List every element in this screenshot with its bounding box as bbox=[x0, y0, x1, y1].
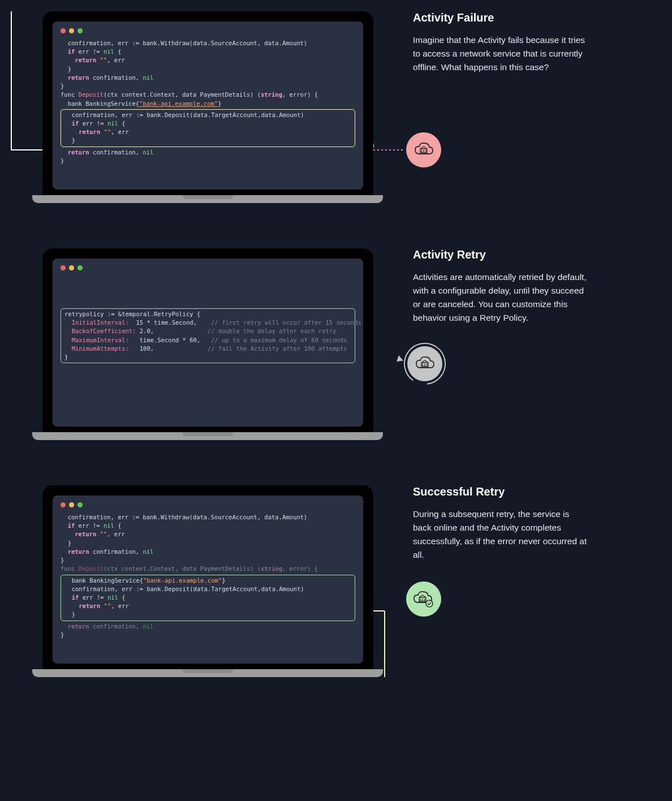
window-controls bbox=[61, 265, 355, 270]
body-success: During a subsequent retry, the service i… bbox=[413, 507, 588, 562]
text-retry: Activity Retry Activities are automatica… bbox=[413, 248, 588, 325]
code-editor-retry: retrypolicy := &temporal.RetryPolicy { I… bbox=[53, 259, 363, 427]
code-line: return "", err bbox=[61, 56, 355, 64]
code-line: bank BankingService{"bank-api.example.co… bbox=[61, 100, 355, 108]
close-dot-icon bbox=[61, 502, 66, 507]
laptop-success: confirmation, err := bank.Withdraw(data.… bbox=[42, 485, 373, 677]
section-successful-retry: confirmation, err := bank.Withdraw(data.… bbox=[0, 485, 672, 677]
code-line: if err != nil { bbox=[64, 119, 351, 128]
heading-retry: Activity Retry bbox=[413, 248, 588, 261]
body-retry: Activities are automatically retried by … bbox=[413, 270, 588, 325]
code-line: confirmation, err := bank.Withdraw(data.… bbox=[61, 39, 355, 48]
bank-cloud-success-icon bbox=[406, 582, 441, 617]
code-line: MaximumInterval: time.Second * 60, // up… bbox=[64, 336, 351, 344]
code-line: } bbox=[61, 65, 355, 74]
code-line: InitialInterval: 15 * time.Second, // fi… bbox=[64, 318, 351, 327]
code-line: MinimumAttempts: 100, // fail the Activi… bbox=[64, 344, 351, 353]
close-dot-icon bbox=[61, 28, 66, 33]
code-line: func Deposit(ctx context.Context, data P… bbox=[61, 565, 355, 573]
close-dot-icon bbox=[61, 265, 66, 270]
minimize-dot-icon bbox=[69, 28, 74, 33]
laptop-base bbox=[32, 195, 383, 203]
code-line: } bbox=[64, 136, 351, 145]
code-line: } bbox=[61, 539, 355, 548]
window-controls bbox=[61, 502, 355, 507]
heading-failure: Activity Failure bbox=[413, 11, 588, 24]
code-line: } bbox=[61, 556, 355, 565]
code-line: } bbox=[64, 610, 351, 619]
code-line: } bbox=[64, 353, 351, 361]
code-editor-success: confirmation, err := bank.Withdraw(data.… bbox=[53, 496, 363, 664]
section-activity-retry: retrypolicy := &temporal.RetryPolicy { I… bbox=[0, 248, 672, 440]
laptop-failure: confirmation, err := bank.Withdraw(data.… bbox=[42, 11, 373, 203]
code-line: confirmation, err := bank.Deposit(data.T… bbox=[64, 111, 351, 119]
highlighted-code-block: confirmation, err := bank.Deposit(data.T… bbox=[61, 109, 355, 147]
code-line: return "", err bbox=[61, 530, 355, 539]
code-line: return confirmation, nil bbox=[61, 148, 355, 157]
code-line: return confirmation, nil bbox=[61, 548, 355, 556]
code-line: if err != nil { bbox=[64, 593, 351, 602]
laptop-retry: retrypolicy := &temporal.RetryPolicy { I… bbox=[42, 248, 373, 440]
laptop-base bbox=[32, 669, 383, 677]
code-line: return confirmation, nil bbox=[61, 74, 355, 82]
bank-cloud-fail-icon bbox=[406, 132, 441, 167]
code-line: return confirmation, nil bbox=[61, 622, 355, 631]
code-line: func Deposit(ctx context.Context, data P… bbox=[61, 91, 355, 99]
code-line: } bbox=[61, 157, 355, 165]
code-line: } bbox=[61, 82, 355, 91]
maximize-dot-icon bbox=[77, 502, 83, 507]
laptop-base bbox=[32, 432, 383, 440]
code-line: confirmation, err := bank.Withdraw(data.… bbox=[61, 513, 355, 522]
code-editor-failure: confirmation, err := bank.Withdraw(data.… bbox=[53, 21, 363, 190]
code-line: } bbox=[61, 631, 355, 639]
window-controls bbox=[61, 28, 355, 33]
code-line: bank BankingService{"bank-api.example.co… bbox=[64, 576, 351, 585]
code-line: return "", err bbox=[64, 602, 351, 610]
code-line: if err != nil { bbox=[61, 522, 355, 530]
highlighted-code-block: bank BankingService{"bank-api.example.co… bbox=[61, 575, 355, 621]
heading-success: Successful Retry bbox=[413, 485, 588, 498]
maximize-dot-icon bbox=[77, 28, 83, 33]
code-line: confirmation, err := bank.Deposit(data.T… bbox=[64, 585, 351, 593]
retry-icon bbox=[403, 342, 438, 377]
section-activity-failure: confirmation, err := bank.Withdraw(data.… bbox=[0, 11, 672, 203]
code-line: return "", err bbox=[64, 128, 351, 136]
code-line: if err != nil { bbox=[61, 48, 355, 56]
code-line: retrypolicy := &temporal.RetryPolicy { bbox=[64, 310, 351, 318]
maximize-dot-icon bbox=[77, 265, 83, 270]
minimize-dot-icon bbox=[69, 265, 74, 270]
text-failure: Activity Failure Imagine that the Activi… bbox=[413, 11, 588, 74]
text-success: Successful Retry During a subsequent ret… bbox=[413, 485, 588, 562]
minimize-dot-icon bbox=[69, 502, 74, 507]
highlighted-code-block: retrypolicy := &temporal.RetryPolicy { I… bbox=[61, 308, 355, 363]
code-line: BackofCoefficient: 2.0, // double the de… bbox=[64, 327, 351, 335]
body-failure: Imagine that the Activity fails because … bbox=[413, 33, 588, 74]
